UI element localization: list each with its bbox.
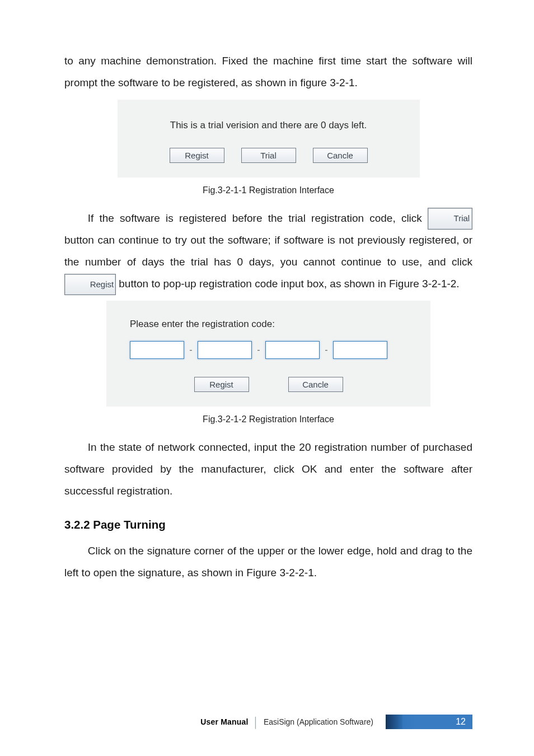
figure-caption-1: Fig.3-2-1-1 Registration Interface (64, 185, 472, 195)
mid-text-seg1: If the software is registered before the… (88, 212, 428, 224)
code-dash: - (184, 345, 198, 355)
registration-dialog-button-row: Regist Cancle (130, 377, 407, 392)
code-segment-2[interactable] (198, 341, 252, 359)
section-heading: 3.2.2 Page Turning (64, 518, 472, 531)
footer-divider-icon: │ (253, 717, 259, 729)
trial-button[interactable]: Trial (241, 148, 296, 163)
registration-code-row: - - - (130, 341, 407, 359)
cancle-button[interactable]: Cancle (313, 148, 368, 163)
section-body-paragraph: Click on the signature corner of the upp… (64, 540, 472, 584)
code-dash: - (320, 345, 333, 355)
regist-button[interactable]: Regist (170, 148, 224, 163)
trial-dialog-button-row: Regist Trial Cancle (140, 148, 397, 163)
mid-paragraph: If the software is registered before the… (64, 208, 472, 296)
trial-dialog: This is a trial verision and there are 0… (118, 100, 420, 178)
code-segment-1[interactable] (130, 341, 184, 359)
registration-prompt: Please enter the registration code: (130, 319, 407, 330)
code-dash: - (252, 345, 265, 355)
code-segment-4[interactable] (333, 341, 387, 359)
intro-paragraph: to any machine demonstration. Fixed the … (64, 50, 472, 94)
mid-text-seg2: button can continue to try out the softw… (64, 234, 472, 268)
page-footer: User Manual │ EasiSign (Application Soft… (0, 715, 534, 729)
page-number: 12 (456, 717, 466, 727)
mid-text-seg3: button to pop-up registration code input… (119, 278, 459, 290)
inline-regist-button[interactable]: Regist (64, 274, 116, 296)
page-number-badge: 12 (386, 715, 472, 729)
code-segment-3[interactable] (265, 341, 320, 359)
inline-trial-button[interactable]: Trial (428, 208, 472, 230)
document-page: to any machine demonstration. Fixed the … (0, 0, 534, 756)
trial-dialog-message: This is a trial verision and there are 0… (140, 120, 397, 131)
footer-product-name: EasiSign (Application Software) (264, 717, 373, 726)
figure-caption-2: Fig.3-2-1-2 Registration Interface (64, 414, 472, 424)
regist-button[interactable]: Regist (194, 377, 249, 392)
footer-user-manual: User Manual (200, 717, 248, 726)
cancle-button[interactable]: Cancle (288, 377, 343, 392)
registration-code-dialog: Please enter the registration code: - - … (106, 301, 430, 407)
after-dialog2-paragraph: In the state of network connected, input… (64, 437, 472, 502)
